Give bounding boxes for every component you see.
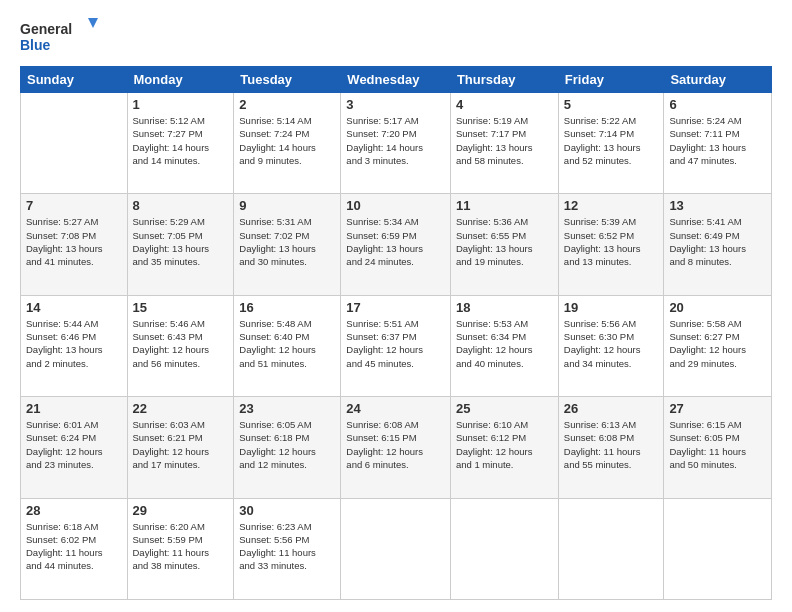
calendar-cell: 24Sunrise: 6:08 AM Sunset: 6:15 PM Dayli…	[341, 397, 451, 498]
svg-text:Blue: Blue	[20, 37, 51, 53]
day-info: Sunrise: 5:41 AM Sunset: 6:49 PM Dayligh…	[669, 215, 766, 268]
day-info: Sunrise: 6:20 AM Sunset: 5:59 PM Dayligh…	[133, 520, 229, 573]
calendar-cell: 12Sunrise: 5:39 AM Sunset: 6:52 PM Dayli…	[558, 194, 664, 295]
day-info: Sunrise: 5:12 AM Sunset: 7:27 PM Dayligh…	[133, 114, 229, 167]
calendar-cell: 4Sunrise: 5:19 AM Sunset: 7:17 PM Daylig…	[450, 93, 558, 194]
day-info: Sunrise: 6:03 AM Sunset: 6:21 PM Dayligh…	[133, 418, 229, 471]
day-info: Sunrise: 5:17 AM Sunset: 7:20 PM Dayligh…	[346, 114, 445, 167]
calendar-cell: 21Sunrise: 6:01 AM Sunset: 6:24 PM Dayli…	[21, 397, 128, 498]
calendar-cell	[664, 498, 772, 599]
logo: General Blue	[20, 16, 100, 56]
calendar-cell: 25Sunrise: 6:10 AM Sunset: 6:12 PM Dayli…	[450, 397, 558, 498]
day-number: 21	[26, 401, 122, 416]
calendar-cell: 3Sunrise: 5:17 AM Sunset: 7:20 PM Daylig…	[341, 93, 451, 194]
day-info: Sunrise: 5:53 AM Sunset: 6:34 PM Dayligh…	[456, 317, 553, 370]
calendar-cell: 22Sunrise: 6:03 AM Sunset: 6:21 PM Dayli…	[127, 397, 234, 498]
day-number: 23	[239, 401, 335, 416]
day-info: Sunrise: 5:22 AM Sunset: 7:14 PM Dayligh…	[564, 114, 659, 167]
day-info: Sunrise: 5:44 AM Sunset: 6:46 PM Dayligh…	[26, 317, 122, 370]
day-info: Sunrise: 6:18 AM Sunset: 6:02 PM Dayligh…	[26, 520, 122, 573]
day-number: 3	[346, 97, 445, 112]
calendar-cell: 29Sunrise: 6:20 AM Sunset: 5:59 PM Dayli…	[127, 498, 234, 599]
calendar-cell	[450, 498, 558, 599]
day-info: Sunrise: 6:08 AM Sunset: 6:15 PM Dayligh…	[346, 418, 445, 471]
weekday-header: Friday	[558, 67, 664, 93]
day-number: 12	[564, 198, 659, 213]
calendar-cell: 18Sunrise: 5:53 AM Sunset: 6:34 PM Dayli…	[450, 295, 558, 396]
calendar-cell: 23Sunrise: 6:05 AM Sunset: 6:18 PM Dayli…	[234, 397, 341, 498]
day-number: 7	[26, 198, 122, 213]
calendar-cell: 16Sunrise: 5:48 AM Sunset: 6:40 PM Dayli…	[234, 295, 341, 396]
calendar-cell: 14Sunrise: 5:44 AM Sunset: 6:46 PM Dayli…	[21, 295, 128, 396]
day-number: 19	[564, 300, 659, 315]
day-info: Sunrise: 5:58 AM Sunset: 6:27 PM Dayligh…	[669, 317, 766, 370]
day-number: 10	[346, 198, 445, 213]
day-number: 24	[346, 401, 445, 416]
weekday-header: Saturday	[664, 67, 772, 93]
calendar-cell: 7Sunrise: 5:27 AM Sunset: 7:08 PM Daylig…	[21, 194, 128, 295]
day-number: 2	[239, 97, 335, 112]
day-number: 8	[133, 198, 229, 213]
day-info: Sunrise: 5:34 AM Sunset: 6:59 PM Dayligh…	[346, 215, 445, 268]
day-number: 26	[564, 401, 659, 416]
weekday-header: Thursday	[450, 67, 558, 93]
day-info: Sunrise: 5:36 AM Sunset: 6:55 PM Dayligh…	[456, 215, 553, 268]
calendar-cell: 1Sunrise: 5:12 AM Sunset: 7:27 PM Daylig…	[127, 93, 234, 194]
calendar-cell: 17Sunrise: 5:51 AM Sunset: 6:37 PM Dayli…	[341, 295, 451, 396]
day-number: 22	[133, 401, 229, 416]
day-info: Sunrise: 5:14 AM Sunset: 7:24 PM Dayligh…	[239, 114, 335, 167]
calendar-cell: 26Sunrise: 6:13 AM Sunset: 6:08 PM Dayli…	[558, 397, 664, 498]
day-number: 11	[456, 198, 553, 213]
calendar-cell: 30Sunrise: 6:23 AM Sunset: 5:56 PM Dayli…	[234, 498, 341, 599]
weekday-header: Monday	[127, 67, 234, 93]
weekday-header: Sunday	[21, 67, 128, 93]
calendar-week-row: 28Sunrise: 6:18 AM Sunset: 6:02 PM Dayli…	[21, 498, 772, 599]
day-number: 20	[669, 300, 766, 315]
day-info: Sunrise: 5:46 AM Sunset: 6:43 PM Dayligh…	[133, 317, 229, 370]
day-number: 18	[456, 300, 553, 315]
day-number: 28	[26, 503, 122, 518]
day-info: Sunrise: 6:23 AM Sunset: 5:56 PM Dayligh…	[239, 520, 335, 573]
day-info: Sunrise: 5:39 AM Sunset: 6:52 PM Dayligh…	[564, 215, 659, 268]
day-number: 25	[456, 401, 553, 416]
day-info: Sunrise: 5:31 AM Sunset: 7:02 PM Dayligh…	[239, 215, 335, 268]
day-info: Sunrise: 5:27 AM Sunset: 7:08 PM Dayligh…	[26, 215, 122, 268]
calendar-cell: 2Sunrise: 5:14 AM Sunset: 7:24 PM Daylig…	[234, 93, 341, 194]
day-info: Sunrise: 5:56 AM Sunset: 6:30 PM Dayligh…	[564, 317, 659, 370]
calendar-cell: 28Sunrise: 6:18 AM Sunset: 6:02 PM Dayli…	[21, 498, 128, 599]
calendar-cell: 27Sunrise: 6:15 AM Sunset: 6:05 PM Dayli…	[664, 397, 772, 498]
day-number: 9	[239, 198, 335, 213]
weekday-header: Tuesday	[234, 67, 341, 93]
svg-marker-1	[88, 18, 98, 28]
calendar-table: SundayMondayTuesdayWednesdayThursdayFrid…	[20, 66, 772, 600]
day-number: 13	[669, 198, 766, 213]
calendar-cell	[341, 498, 451, 599]
day-number: 5	[564, 97, 659, 112]
calendar-cell	[21, 93, 128, 194]
calendar-cell: 19Sunrise: 5:56 AM Sunset: 6:30 PM Dayli…	[558, 295, 664, 396]
calendar-cell	[558, 498, 664, 599]
calendar-cell: 9Sunrise: 5:31 AM Sunset: 7:02 PM Daylig…	[234, 194, 341, 295]
day-info: Sunrise: 6:15 AM Sunset: 6:05 PM Dayligh…	[669, 418, 766, 471]
day-info: Sunrise: 5:48 AM Sunset: 6:40 PM Dayligh…	[239, 317, 335, 370]
day-number: 6	[669, 97, 766, 112]
svg-text:General: General	[20, 21, 72, 37]
calendar-cell: 20Sunrise: 5:58 AM Sunset: 6:27 PM Dayli…	[664, 295, 772, 396]
day-number: 29	[133, 503, 229, 518]
header: General Blue	[20, 16, 772, 56]
calendar-week-row: 21Sunrise: 6:01 AM Sunset: 6:24 PM Dayli…	[21, 397, 772, 498]
calendar-header-row: SundayMondayTuesdayWednesdayThursdayFrid…	[21, 67, 772, 93]
calendar-cell: 11Sunrise: 5:36 AM Sunset: 6:55 PM Dayli…	[450, 194, 558, 295]
day-info: Sunrise: 6:13 AM Sunset: 6:08 PM Dayligh…	[564, 418, 659, 471]
calendar-cell: 5Sunrise: 5:22 AM Sunset: 7:14 PM Daylig…	[558, 93, 664, 194]
weekday-header: Wednesday	[341, 67, 451, 93]
calendar-cell: 13Sunrise: 5:41 AM Sunset: 6:49 PM Dayli…	[664, 194, 772, 295]
logo-svg: General Blue	[20, 16, 100, 56]
day-number: 27	[669, 401, 766, 416]
day-info: Sunrise: 6:05 AM Sunset: 6:18 PM Dayligh…	[239, 418, 335, 471]
day-number: 16	[239, 300, 335, 315]
main-container: General Blue SundayMondayTuesdayWednesda…	[0, 0, 792, 612]
day-number: 14	[26, 300, 122, 315]
day-info: Sunrise: 5:29 AM Sunset: 7:05 PM Dayligh…	[133, 215, 229, 268]
calendar-cell: 6Sunrise: 5:24 AM Sunset: 7:11 PM Daylig…	[664, 93, 772, 194]
